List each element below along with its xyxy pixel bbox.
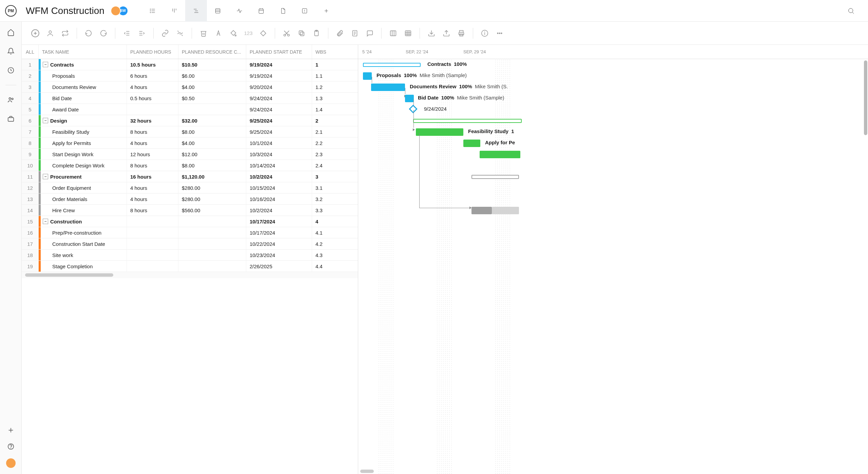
gantt-horizontal-scrollbar[interactable] <box>358 469 374 473</box>
copy-button[interactable] <box>295 27 308 39</box>
table-row[interactable]: 17Construction Start Date10/22/20244.2 <box>22 238 358 250</box>
cut-button[interactable] <box>281 27 293 39</box>
view-activity-icon[interactable] <box>229 0 250 22</box>
nav-home-icon[interactable] <box>6 28 15 37</box>
gantt-task-bar[interactable] <box>405 95 414 102</box>
import-button[interactable] <box>425 27 438 39</box>
gantt-body[interactable]: Contracts100% Proposals100%Mike Smith (S… <box>358 59 868 474</box>
horizontal-scrollbar[interactable] <box>22 272 358 278</box>
svg-point-33 <box>11 448 11 448</box>
assign-button[interactable] <box>44 27 56 39</box>
gantt-task-bar[interactable] <box>492 207 519 214</box>
gantt-task-bar[interactable] <box>363 72 372 80</box>
view-calendar-icon[interactable] <box>250 0 272 22</box>
table-row[interactable]: 18Site work10/23/20244.3 <box>22 250 358 261</box>
collapse-toggle[interactable]: − <box>43 174 48 179</box>
fill-color-button[interactable] <box>227 27 239 39</box>
table-row[interactable]: 12Order Equipment4 hours$280.0010/15/202… <box>22 182 358 194</box>
table-row[interactable]: 6−Design32 hours$32.009/25/20242 <box>22 115 358 126</box>
view-sheet-icon[interactable] <box>207 0 229 22</box>
nav-team-icon[interactable] <box>6 95 15 104</box>
delete-button[interactable] <box>197 27 210 39</box>
view-add-icon[interactable] <box>315 0 337 22</box>
svg-rect-66 <box>405 31 411 36</box>
print-button[interactable] <box>455 27 467 39</box>
table-row[interactable]: 19Stage Completion2/26/20254.4 <box>22 261 358 272</box>
timeline-label: SEP, 22 '24 <box>406 49 428 54</box>
indent-button[interactable] <box>136 27 148 39</box>
comment-button[interactable] <box>364 27 376 39</box>
table-row[interactable]: 10Complete Design Work8 hours$8.0010/14/… <box>22 160 358 171</box>
col-header-wbs[interactable]: WBS <box>312 45 332 59</box>
collapse-toggle[interactable]: − <box>43 219 48 224</box>
col-header-index[interactable]: ALL <box>22 45 39 59</box>
svg-point-81 <box>501 33 502 34</box>
collapse-toggle[interactable]: − <box>43 62 48 67</box>
add-task-button[interactable] <box>29 27 41 39</box>
view-file-icon[interactable] <box>272 0 294 22</box>
col-header-cost[interactable]: PLANNED RESOURCE C... <box>178 45 246 59</box>
table-row[interactable]: 9Start Design Work12 hours$12.0010/3/202… <box>22 149 358 160</box>
view-board-icon[interactable] <box>163 0 185 22</box>
table-row[interactable]: 7Feasibility Study8 hours$8.009/25/20242… <box>22 126 358 138</box>
svg-rect-50 <box>261 31 266 36</box>
table-row[interactable]: 5Award Date9/24/20241.4 <box>22 104 358 115</box>
project-members[interactable]: SW <box>111 6 128 16</box>
view-list-icon[interactable] <box>142 0 163 22</box>
collapse-toggle[interactable]: − <box>43 118 48 123</box>
svg-point-4 <box>150 11 151 11</box>
app-logo[interactable]: PM <box>3 3 19 19</box>
col-header-hours[interactable]: PLANNED HOURS <box>127 45 178 59</box>
info-button[interactable] <box>479 27 491 39</box>
gantt-task-bar[interactable] <box>471 207 492 214</box>
export-button[interactable] <box>440 27 452 39</box>
nav-add-icon[interactable] <box>6 426 15 435</box>
table-row[interactable]: 2Proposals6 hours$6.009/19/20241.1 <box>22 70 358 81</box>
clear-format-button[interactable]: 123 <box>242 27 254 39</box>
unlink-button[interactable] <box>174 27 186 39</box>
table-row[interactable]: 13Order Materials4 hours$280.0010/16/202… <box>22 194 358 205</box>
table-row[interactable]: 8Apply for Permits4 hours$4.0010/1/20242… <box>22 138 358 149</box>
table-row[interactable]: 1−Contracts10.5 hours$10.509/19/20241 <box>22 59 358 70</box>
gantt-milestone[interactable] <box>409 105 417 113</box>
gantt-summary-bar[interactable] <box>471 175 519 179</box>
view-risk-icon[interactable] <box>294 0 315 22</box>
recurring-button[interactable] <box>59 27 71 39</box>
gantt-summary-bar[interactable] <box>363 63 421 67</box>
gantt-task-bar[interactable] <box>480 151 520 158</box>
col-header-date[interactable]: PLANNED START DATE <box>246 45 312 59</box>
col-header-name[interactable]: TASK NAME <box>39 45 127 59</box>
gantt-task-bar[interactable] <box>463 140 480 147</box>
gantt-chart[interactable]: 5 '24 SEP, 22 '24 SEP, 29 '24 Contracts1… <box>358 45 868 474</box>
gantt-summary-bar[interactable] <box>413 119 522 123</box>
vertical-scrollbar[interactable] <box>864 60 867 135</box>
table-row[interactable]: 11−Procurement16 hours$1,120.0010/2/2024… <box>22 171 358 182</box>
table-row[interactable]: 14Hire Crew8 hours$560.0010/2/20243.3 <box>22 205 358 216</box>
nav-notifications-icon[interactable] <box>6 47 15 56</box>
attach-button[interactable] <box>334 27 346 39</box>
milestone-button[interactable] <box>257 27 269 39</box>
more-button[interactable] <box>494 27 506 39</box>
view-gantt-icon[interactable] <box>185 0 207 22</box>
redo-button[interactable] <box>97 27 110 39</box>
table-row[interactable]: 3Documents Review4 hours$4.009/20/20241.… <box>22 81 358 93</box>
undo-button[interactable] <box>82 27 95 39</box>
project-title: WFM Construction <box>26 5 104 16</box>
paste-button[interactable] <box>310 27 323 39</box>
text-color-button[interactable] <box>212 27 225 39</box>
search-icon[interactable] <box>843 3 859 19</box>
user-avatar[interactable] <box>6 458 16 468</box>
gantt-task-bar[interactable] <box>416 128 463 136</box>
columns-button[interactable] <box>387 27 399 39</box>
outdent-button[interactable] <box>121 27 133 39</box>
table-row[interactable]: 15−Construction10/17/20244 <box>22 216 358 227</box>
table-row[interactable]: 4Bid Date0.5 hours$0.509/24/20241.3 <box>22 93 358 104</box>
table-button[interactable] <box>402 27 414 39</box>
nav-briefcase-icon[interactable] <box>6 114 15 123</box>
nav-time-icon[interactable] <box>6 66 15 75</box>
nav-help-icon[interactable] <box>6 442 15 451</box>
link-button[interactable] <box>159 27 171 39</box>
gantt-task-bar[interactable] <box>371 84 405 91</box>
table-row[interactable]: 16Prep/Pre-construction10/17/20244.1 <box>22 227 358 238</box>
notes-button[interactable] <box>349 27 361 39</box>
